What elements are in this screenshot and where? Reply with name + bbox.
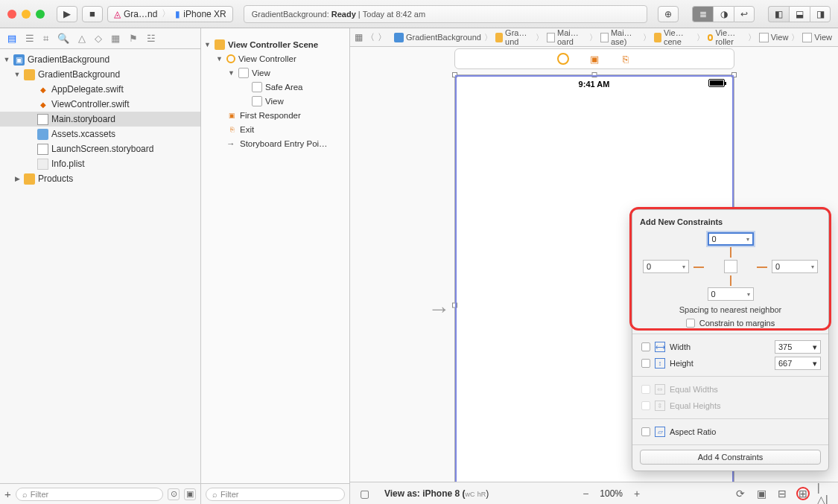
disclosure-icon[interactable]: ▼	[3, 56, 10, 63]
disclosure-icon[interactable]: ▼	[13, 71, 21, 78]
file-row-infoplist[interactable]: Info.plist	[0, 156, 200, 171]
bottom-strut[interactable]	[730, 275, 731, 286]
library-button[interactable]: ⊕	[658, 6, 679, 22]
crumb-base[interactable]: Mai…ase)	[599, 28, 641, 46]
chevron-down-icon: ▾	[813, 359, 817, 369]
find-navigator-tab[interactable]: 🔍	[57, 33, 69, 44]
constrain-margins-checkbox[interactable]	[686, 319, 695, 328]
file-row-mainstoryboard[interactable]: Main.storyboard	[0, 112, 200, 127]
file-row-assets[interactable]: Assets.xcassets	[0, 127, 200, 141]
exit-dock-icon[interactable]: ⎘	[620, 53, 632, 65]
file-row-launchscreen[interactable]: LaunchScreen.storyboard	[0, 141, 200, 156]
crumb-storyboard[interactable]: Mai…oard	[545, 28, 588, 46]
related-items-button[interactable]: ▦	[355, 32, 363, 42]
scm-filter-button[interactable]: ▣	[184, 488, 196, 500]
view-row[interactable]: ▼ View	[201, 66, 349, 80]
add-constraints-confirm-button[interactable]: Add 4 Constraints	[640, 450, 821, 465]
first-responder-dock-icon[interactable]: ▣	[588, 53, 600, 65]
project-root-label: GradientBackground	[28, 54, 109, 65]
width-checkbox[interactable]	[641, 342, 650, 351]
symbol-navigator-tab[interactable]: ⌗	[43, 33, 48, 45]
height-checkbox[interactable]	[641, 359, 650, 368]
crumb-vc[interactable]: Vie…roller	[706, 28, 746, 46]
storyboard-icon	[600, 33, 609, 42]
inner-view-row[interactable]: View	[201, 94, 349, 108]
height-value-field[interactable]: 667▾	[775, 357, 821, 370]
toggle-navigator-button[interactable]: ◧	[768, 6, 789, 22]
embed-in-button[interactable]: ▣	[755, 487, 768, 500]
update-frames-button[interactable]: ⟳	[734, 487, 747, 500]
aspect-ratio-checkbox[interactable]	[641, 427, 650, 436]
status-state: Ready	[331, 10, 356, 19]
constrain-margins-row[interactable]: Constrain to margins	[640, 319, 821, 328]
source-control-navigator-tab[interactable]: ☰	[25, 33, 34, 44]
viewcontroller-row[interactable]: ▼ View Controller	[201, 51, 349, 66]
crumb-view1[interactable]: View	[758, 33, 790, 42]
right-strut[interactable]	[757, 267, 767, 268]
disclosure-icon[interactable]: ▶	[13, 175, 21, 182]
close-window-button[interactable]	[7, 10, 16, 19]
resolve-constraints-button[interactable]: |△|	[817, 487, 831, 500]
top-strut[interactable]	[730, 247, 731, 258]
file-row-viewcontroller[interactable]: ◆ ViewController.swift	[0, 97, 200, 112]
height-label: Height	[670, 359, 770, 368]
minimize-window-button[interactable]	[22, 10, 31, 19]
crumb-scene[interactable]: Vie…cene	[653, 28, 695, 46]
standard-editor-button[interactable]: ≣	[692, 6, 713, 22]
chevron-right-icon: 〉	[748, 32, 756, 43]
bottom-spacing-field[interactable]: 0▾	[708, 287, 754, 301]
disclosure-icon[interactable]: ▼	[216, 55, 223, 63]
crumb-view2[interactable]: View	[801, 33, 834, 42]
safearea-row[interactable]: Safe Area	[201, 80, 349, 94]
version-editor-button[interactable]: ↩	[734, 6, 755, 22]
jump-bar: ▦ 〈 〉 GradientBackground 〉 Gra…und 〉 Mai…	[350, 28, 838, 47]
add-constraints-button[interactable]: ⊞	[796, 487, 810, 500]
report-navigator-tab[interactable]: ☳	[147, 33, 156, 44]
test-navigator-tab[interactable]: ◇	[95, 33, 102, 44]
crumb-group[interactable]: Gra…und	[494, 28, 535, 46]
zoom-level[interactable]: 100%	[600, 488, 623, 499]
right-spacing-field[interactable]: 0▾	[772, 260, 818, 273]
toggle-debug-button[interactable]: ⬓	[789, 6, 810, 22]
assistant-editor-button[interactable]: ◑	[713, 6, 734, 22]
stop-button[interactable]: ■	[82, 6, 103, 22]
issue-navigator-tab[interactable]: △	[78, 33, 86, 44]
viewcontroller-dock-icon[interactable]	[557, 53, 569, 65]
debug-navigator-tab[interactable]: ▦	[111, 33, 120, 44]
left-spacing-field[interactable]: 0▾	[643, 260, 689, 273]
group-row[interactable]: ▼ GradientBackground	[0, 67, 200, 82]
file-row-appdelegate[interactable]: ◆ AppDelegate.swift	[0, 82, 200, 97]
recent-filter-button[interactable]: ⊙	[168, 488, 180, 500]
outline-filter[interactable]: ⌕ Filter	[206, 488, 345, 501]
first-responder-row[interactable]: ▣ First Responder	[201, 108, 349, 122]
zoom-in-button[interactable]: +	[630, 487, 644, 500]
scheme-selector[interactable]: ◬ Gra…nd 〉 ▮ iPhone XR	[107, 6, 233, 22]
disclosure-icon[interactable]: ▼	[204, 41, 212, 48]
align-button[interactable]: ⊟	[775, 487, 789, 500]
forward-button[interactable]: 〉	[378, 31, 387, 44]
window-toolbar: ▶ ■ ◬ Gra…nd 〉 ▮ iPhone XR GradientBackg…	[0, 0, 838, 28]
back-button[interactable]: 〈	[366, 31, 375, 44]
disclosure-icon[interactable]: ▼	[228, 69, 235, 77]
project-root-row[interactable]: ▼ ▣ GradientBackground	[0, 52, 200, 67]
view-as-label[interactable]: View as: iPhone 8 (wC hR)	[384, 488, 489, 499]
exit-row[interactable]: ⎘ Exit	[201, 122, 349, 136]
project-navigator-tab[interactable]: ▤	[7, 33, 16, 44]
left-strut[interactable]	[693, 267, 704, 268]
navigator-tabs: ▤ ☰ ⌗ 🔍 △ ◇ ▦ ⚑ ☳	[0, 28, 200, 49]
scene-dock[interactable]: ▣ ⎘	[454, 48, 734, 69]
add-button[interactable]: +	[4, 488, 11, 500]
crumb-project[interactable]: GradientBackground	[393, 33, 483, 42]
top-spacing-field[interactable]: 0▾	[708, 232, 754, 246]
breakpoint-navigator-tab[interactable]: ⚑	[129, 33, 138, 44]
navigator-filter[interactable]: ⌕ Filter	[16, 488, 163, 501]
toggle-outline-button[interactable]: ▢	[358, 487, 371, 500]
scene-row[interactable]: ▼ View Controller Scene	[201, 37, 349, 51]
width-value-field[interactable]: 375▾	[775, 340, 821, 354]
zoom-window-button[interactable]	[36, 10, 45, 19]
zoom-out-button[interactable]: −	[579, 487, 592, 500]
products-group-row[interactable]: ▶ Products	[0, 171, 200, 186]
run-button[interactable]: ▶	[57, 6, 77, 22]
entry-point-row[interactable]: → Storyboard Entry Poi…	[201, 136, 349, 150]
toggle-inspector-button[interactable]: ◨	[810, 6, 831, 22]
